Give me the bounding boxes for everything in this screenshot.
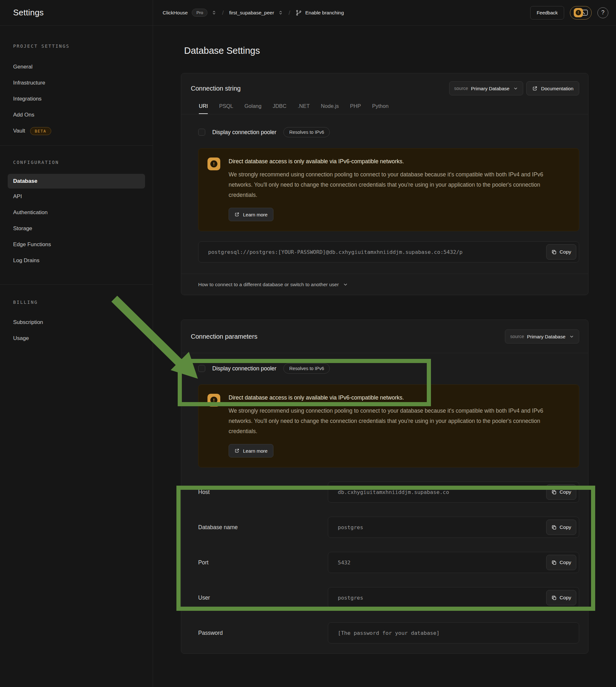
alert-icon: !: [207, 394, 220, 406]
copy-host-button[interactable]: Copy: [546, 484, 576, 500]
tab-php[interactable]: PHP: [350, 103, 361, 114]
documentation-label: Documentation: [541, 86, 573, 91]
external-link-icon: [234, 212, 240, 217]
connection-string-controls: source Primary Database Documentation: [449, 81, 579, 95]
tab-python[interactable]: Python: [372, 103, 388, 114]
password-input[interactable]: [The password for your database]: [328, 622, 579, 643]
connection-parameter-rows: Host db.cxhygiuitamxhniiddjm.supabase.co…: [198, 482, 579, 653]
database-name-value: postgres: [338, 524, 363, 530]
host-value: db.cxhygiuitamxhniiddjm.supabase.co: [338, 489, 449, 495]
copy-database-name-button[interactable]: Copy: [546, 519, 576, 535]
pooler-label: Display connection pooler: [212, 365, 276, 372]
enable-branching-button[interactable]: Enable branching: [295, 9, 344, 16]
display-connection-pooler-checkbox[interactable]: [198, 129, 205, 136]
password-placeholder: [The password for your database]: [338, 630, 440, 636]
learn-more-button[interactable]: Learn more: [228, 444, 273, 458]
source-select[interactable]: source Primary Database: [449, 81, 524, 95]
sidebar-item-label: General: [13, 64, 32, 70]
connection-string-footer: How to connect to a different database o…: [181, 274, 588, 295]
sidebar-item-authentication[interactable]: Authentication: [0, 204, 153, 221]
sidebar-item-api[interactable]: API: [0, 189, 153, 204]
copy-port-button[interactable]: Copy: [546, 555, 576, 570]
page-title: Settings: [13, 8, 44, 18]
connection-parameters-body: Display connection pooler Resolves to IP…: [181, 363, 588, 653]
connection-string-body: Display connection pooler Resolves to IP…: [181, 127, 588, 263]
sidebar-item-label: Storage: [13, 225, 32, 232]
connection-parameters-header: Connection parameters source Primary Dat…: [181, 320, 588, 353]
sidebar-item-usage[interactable]: Usage: [0, 330, 153, 347]
warning-title: Direct database access is only available…: [228, 394, 555, 401]
host-row: Host db.cxhygiuitamxhniiddjm.supabase.co…: [198, 482, 579, 503]
copy-user-button[interactable]: Copy: [546, 590, 576, 605]
connection-uri-input[interactable]: postgresql://postgres:[YOUR-PASSWORD]@db…: [198, 241, 579, 263]
chevron-up-down-icon[interactable]: [278, 10, 283, 15]
billing-items: Subscription Usage: [0, 314, 153, 347]
display-connection-pooler-checkbox[interactable]: [198, 365, 205, 372]
external-link-icon: [532, 86, 537, 91]
breadcrumb-project[interactable]: first_supabase_peer: [229, 10, 274, 16]
tab-psql[interactable]: PSQL: [219, 103, 233, 114]
copy-icon: [551, 595, 557, 601]
source-select[interactable]: source Primary Database: [505, 329, 579, 344]
sidebar-item-log-drains[interactable]: Log Drains: [0, 252, 153, 269]
sidebar-item-label: Subscription: [13, 319, 43, 326]
copy-label: Copy: [560, 249, 571, 255]
breadcrumb-org[interactable]: ClickHouse: [163, 10, 188, 16]
sidebar-item-edge-functions[interactable]: Edge Functions: [0, 237, 153, 252]
sidebar-item-vault[interactable]: Vault BETA: [0, 123, 153, 139]
database-settings-heading: Database Settings: [184, 44, 616, 57]
external-link-icon: [234, 448, 240, 453]
pooler-row: Display connection pooler Resolves to IP…: [198, 363, 579, 374]
port-value: 5432: [338, 560, 351, 566]
tab-golang[interactable]: Golang: [244, 103, 261, 114]
configuration-items: Database API Authentication Storage Edge…: [0, 174, 153, 269]
git-branch-icon: [295, 9, 302, 16]
enable-branching-label: Enable branching: [305, 10, 344, 16]
host-input[interactable]: db.cxhygiuitamxhniiddjm.supabase.co: [328, 482, 579, 503]
feedback-button[interactable]: Feedback: [530, 6, 564, 20]
help-button[interactable]: ?: [597, 7, 608, 18]
tab-uri[interactable]: URI: [199, 103, 208, 114]
sidebar-item-storage[interactable]: Storage: [0, 221, 153, 237]
ipv6-warning-callout: ! Direct database access is only availab…: [198, 148, 579, 231]
copy-label: Copy: [560, 489, 571, 495]
sidebar-item-subscription[interactable]: Subscription: [0, 314, 153, 330]
source-label: source: [510, 334, 524, 339]
warning-body: We strongly recommend using connection p…: [228, 406, 555, 436]
copy-uri-button[interactable]: Copy: [546, 244, 576, 260]
tab-nodejs[interactable]: Node.js: [321, 103, 339, 114]
topbar-actions: Feedback ! ?: [530, 6, 608, 20]
how-to-connect-expander[interactable]: How to connect to a different database o…: [198, 282, 339, 287]
resolves-to-ipv6-badge: Resolves to IPv6: [283, 363, 330, 374]
tab-dotnet[interactable]: .NET: [298, 103, 310, 114]
sidebar-item-general[interactable]: General: [0, 59, 153, 75]
source-value: Primary Database: [527, 334, 566, 339]
database-name-input[interactable]: postgres: [328, 517, 579, 538]
pooler-label: Display connection pooler: [212, 129, 276, 136]
chevron-up-down-icon[interactable]: [212, 10, 216, 15]
chevron-down-icon[interactable]: [343, 282, 348, 287]
alert-icon: !: [207, 157, 220, 170]
notifications-button[interactable]: !: [570, 6, 592, 20]
user-input[interactable]: postgres: [328, 587, 579, 608]
sidebar-item-database[interactable]: Database: [8, 174, 145, 189]
documentation-button[interactable]: Documentation: [526, 81, 579, 95]
sidebar-item-add-ons[interactable]: Add Ons: [0, 107, 153, 123]
breadcrumb-separator: /: [221, 9, 225, 16]
user-row: User postgres Copy: [198, 587, 579, 608]
sidebar-item-infrastructure[interactable]: Infrastructure: [0, 75, 153, 91]
copy-label: Copy: [560, 595, 571, 601]
copy-label: Copy: [560, 560, 571, 566]
database-name-row: Database name postgres Copy: [198, 517, 579, 538]
project-settings-items: General Infrastructure Integrations Add …: [0, 59, 153, 139]
sidebar-divider: [0, 145, 153, 146]
sidebar-item-integrations[interactable]: Integrations: [0, 91, 153, 107]
topbar-main: ClickHouse Pro / first_supabase_peer / E…: [153, 0, 616, 25]
section-label-configuration: CONFIGURATION: [13, 160, 153, 165]
breadcrumb: ClickHouse Pro / first_supabase_peer / E…: [163, 9, 344, 17]
warning-title: Direct database access is only available…: [228, 157, 555, 165]
learn-more-button[interactable]: Learn more: [228, 208, 273, 221]
user-label: User: [198, 595, 328, 601]
port-input[interactable]: 5432: [328, 552, 579, 573]
tab-jdbc[interactable]: JDBC: [273, 103, 287, 114]
